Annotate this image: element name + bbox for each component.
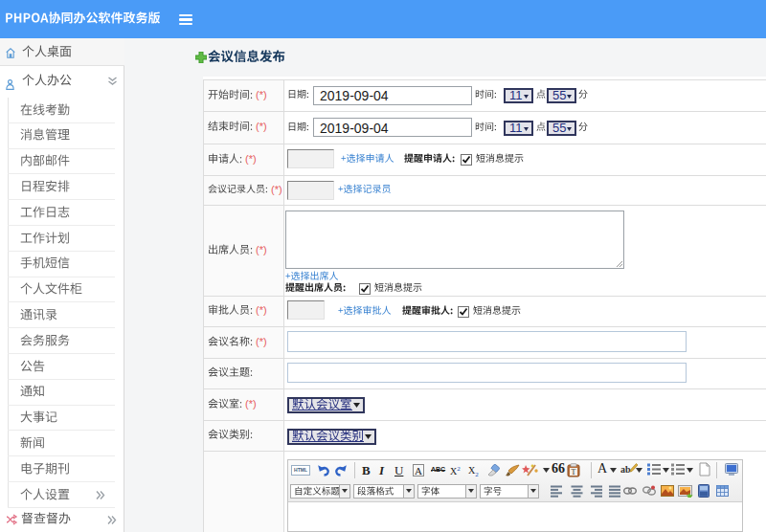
svg-text:T: T [572,468,576,477]
